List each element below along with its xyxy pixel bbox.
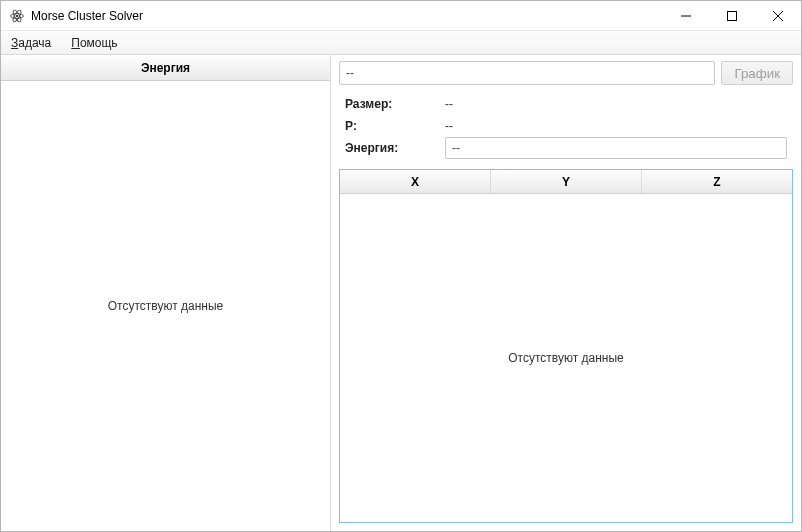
close-button[interactable] — [755, 1, 801, 30]
p-value: -- — [445, 119, 453, 133]
xyz-table: X Y Z Отсутствуют данные — [339, 169, 793, 523]
minimize-button[interactable] — [663, 1, 709, 30]
table-empty-text: Отсутствуют данные — [508, 351, 623, 365]
p-label: P: — [345, 119, 445, 133]
energy-label: Энергия: — [345, 141, 445, 155]
size-label: Размер: — [345, 97, 445, 111]
column-z[interactable]: Z — [642, 170, 792, 193]
app-icon — [9, 8, 25, 24]
energy-row: Энергия: — [345, 137, 787, 159]
column-y[interactable]: Y — [491, 170, 642, 193]
menu-task-label-rest: адача — [18, 36, 51, 50]
menu-help[interactable]: Помощь — [61, 31, 127, 54]
energy-panel-body: Отсутствуют данные — [1, 81, 330, 531]
size-value: -- — [445, 97, 453, 111]
graph-button[interactable]: График — [721, 61, 793, 85]
energy-input[interactable] — [445, 137, 787, 159]
top-input[interactable] — [339, 61, 715, 85]
right-panel: График Размер: -- P: -- Энергия: X — [331, 55, 801, 531]
window-controls — [663, 1, 801, 30]
menu-help-label-rest: омощь — [80, 36, 118, 50]
p-row: P: -- — [345, 115, 787, 137]
menu-task[interactable]: Задача — [1, 31, 61, 54]
titlebar: Morse Cluster Solver — [1, 1, 801, 31]
top-row: График — [339, 61, 793, 85]
energy-panel-empty-text: Отсутствуют данные — [108, 299, 223, 313]
menu-help-label-first: П — [71, 36, 80, 50]
app-window: Morse Cluster Solver Задача Помощь Энерг… — [0, 0, 802, 532]
svg-rect-5 — [728, 11, 737, 20]
size-row: Размер: -- — [345, 93, 787, 115]
menubar: Задача Помощь — [1, 31, 801, 55]
svg-point-0 — [16, 14, 19, 17]
maximize-button[interactable] — [709, 1, 755, 30]
info-block: Размер: -- P: -- Энергия: — [339, 87, 793, 169]
table-body: Отсутствуют данные — [340, 194, 792, 522]
left-panel: Энергия Отсутствуют данные — [1, 55, 331, 531]
column-x[interactable]: X — [340, 170, 491, 193]
table-header: X Y Z — [340, 170, 792, 194]
energy-panel-header: Энергия — [1, 55, 330, 81]
window-title: Morse Cluster Solver — [31, 9, 143, 23]
titlebar-left: Morse Cluster Solver — [1, 8, 663, 24]
content-area: Энергия Отсутствуют данные График Размер… — [1, 55, 801, 531]
